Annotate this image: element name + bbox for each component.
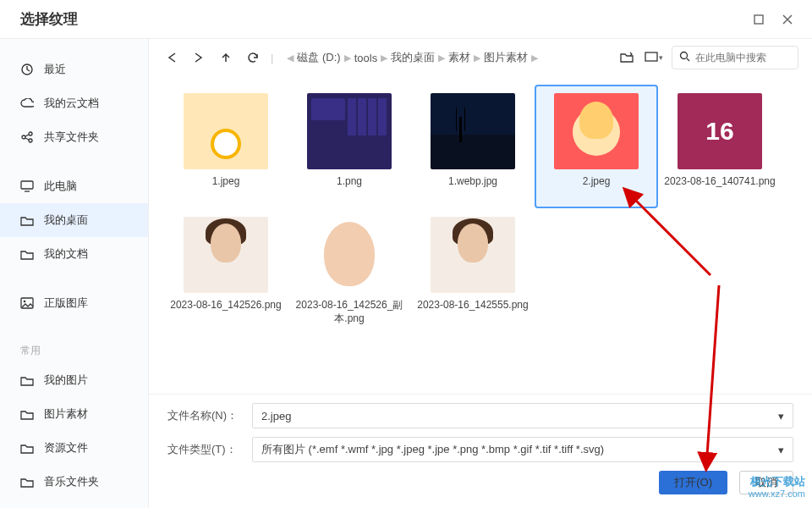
monitor-icon [20, 179, 34, 193]
file-thumbnail [184, 93, 268, 169]
sidebar-item-recent[interactable]: 最近 [0, 52, 148, 86]
sidebar-item-label: 我的文档 [44, 246, 88, 262]
file-grid: 1.jpeg1.png1.webp.jpg2.jpeg162023-08-16_… [149, 76, 812, 394]
file-thumbnail [431, 93, 515, 169]
file-item[interactable]: 1.jpeg [164, 85, 288, 208]
forward-button[interactable] [189, 48, 208, 67]
view-mode-button[interactable]: ▾ [645, 48, 663, 67]
file-thumbnail [431, 217, 515, 293]
chevron-down-icon: ▾ [778, 410, 784, 422]
svg-rect-0 [754, 15, 763, 24]
back-button[interactable] [162, 48, 181, 67]
folder-icon [20, 441, 34, 455]
file-name: 2023-08-16_142555.png [417, 298, 528, 327]
file-name: 1.webp.jpg [448, 174, 497, 203]
svg-point-7 [24, 301, 26, 303]
file-name: 1.png [337, 174, 362, 203]
titlebar: 选择纹理 [0, 0, 812, 39]
new-folder-button[interactable] [617, 48, 636, 67]
filetype-field[interactable]: 所有图片 (*.emf *.wmf *.jpg *.jpeg *.jpe *.p… [252, 437, 793, 462]
svg-point-2 [22, 135, 25, 139]
sidebar-item-pics[interactable]: 我的图片 [0, 363, 148, 397]
file-open-dialog: 选择纹理 最近 我的云文档 共享文件夹 此电脑 [0, 0, 812, 508]
sidebar-item-label: 我的桌面 [44, 213, 88, 228]
folder-icon [20, 407, 34, 421]
file-item[interactable]: 1.png [288, 85, 411, 208]
sidebar-item-label: 我的图片 [44, 373, 88, 388]
sidebar-item-label: 图片素材 [44, 406, 88, 422]
sidebar-item-gallery[interactable]: 正版图库 [0, 286, 148, 320]
file-thumbnail [554, 93, 639, 169]
folder-icon [20, 213, 34, 227]
file-item[interactable]: 2.jpeg [535, 85, 658, 208]
sidebar-item-resfiles[interactable]: 资源文件 [0, 431, 148, 465]
sidebar-item-thispc[interactable]: 此电脑 [0, 169, 148, 203]
chevron-left-icon[interactable]: ◀ [287, 52, 294, 64]
folder-icon [20, 475, 34, 489]
filename-label: 文件名称(N)： [167, 408, 240, 423]
sidebar-item-label: 共享文件夹 [44, 130, 99, 145]
sidebar-item-cloud[interactable]: 我的云文档 [0, 86, 148, 120]
crumb-2[interactable]: 我的桌面 [391, 50, 435, 65]
sidebar-item-label: 最近 [44, 62, 66, 77]
filetype-label: 文件类型(T)： [167, 442, 240, 457]
file-name: 2023-08-16_140741.png [664, 174, 775, 203]
close-button[interactable] [773, 8, 802, 31]
cloud-icon [20, 97, 34, 110]
filename-field[interactable]: 2.jpeg ▾ [252, 403, 793, 428]
search-input[interactable] [695, 52, 791, 64]
sidebar-item-shared[interactable]: 共享文件夹 [0, 120, 148, 154]
sidebar-item-label: 音乐文件夹 [44, 474, 99, 489]
file-thumbnail [307, 93, 392, 169]
crumb-3[interactable]: 素材 [448, 50, 470, 65]
dialog-title: 选择纹理 [20, 9, 744, 29]
file-thumbnail [307, 217, 392, 293]
sidebar-item-label: 我的云文档 [44, 96, 99, 111]
maximize-button[interactable] [744, 8, 773, 31]
sidebar-item-label: 资源文件 [44, 440, 88, 456]
crumb-4[interactable]: 图片素材 [484, 50, 528, 65]
sidebar-item-music[interactable]: 音乐文件夹 [0, 465, 148, 499]
refresh-button[interactable] [244, 48, 262, 67]
search-box[interactable] [672, 46, 798, 69]
file-name: 1.jpeg [212, 174, 240, 203]
crumb-1[interactable]: tools [354, 52, 377, 64]
sidebar-item-desktop[interactable]: 我的桌面 [0, 203, 148, 237]
filetype-value: 所有图片 (*.emf *.wmf *.jpg *.jpeg *.jpe *.p… [261, 442, 604, 457]
filename-value: 2.jpeg [261, 410, 291, 422]
sidebar-item-label: 此电脑 [44, 179, 77, 194]
sidebar-section-label: 常用 [0, 335, 148, 363]
breadcrumb: ◀ 磁盘 (D:)▶ tools▶ 我的桌面▶ 素材▶ 图片素材▶ [282, 50, 609, 65]
sidebar: 最近 我的云文档 共享文件夹 此电脑 我的桌面 我的文档 [0, 39, 149, 508]
file-item[interactable]: 1.webp.jpg [411, 85, 535, 208]
main-panel: | ◀ 磁盘 (D:)▶ tools▶ 我的桌面▶ 素材▶ 图片素材▶ ▾ 1.… [149, 39, 812, 508]
file-item[interactable]: 2023-08-16_142526.png [164, 208, 288, 332]
cancel-button[interactable]: 取消 [739, 471, 793, 494]
up-button[interactable] [217, 48, 235, 67]
svg-point-3 [29, 132, 32, 135]
file-thumbnail: 16 [678, 93, 762, 169]
folder-icon [20, 247, 34, 261]
clock-icon [20, 63, 34, 76]
folder-icon [20, 373, 34, 387]
file-item[interactable]: 2023-08-16_142526_副本.png [288, 208, 411, 332]
file-name: 2023-08-16_142526_副本.png [293, 298, 406, 327]
toolbar: | ◀ 磁盘 (D:)▶ tools▶ 我的桌面▶ 素材▶ 图片素材▶ ▾ [149, 39, 812, 76]
sidebar-item-picmat[interactable]: 图片素材 [0, 397, 148, 431]
image-icon [20, 296, 34, 310]
share-icon [20, 130, 34, 144]
svg-point-4 [29, 139, 32, 142]
open-button[interactable]: 打开(O) [659, 471, 727, 494]
sidebar-item-mydocs[interactable]: 我的文档 [0, 237, 148, 271]
file-name: 2023-08-16_142526.png [170, 298, 281, 327]
search-icon [679, 51, 690, 64]
chevron-down-icon: ▾ [778, 444, 784, 456]
file-thumbnail [184, 217, 268, 293]
file-name: 2.jpeg [583, 174, 611, 203]
crumb-0[interactable]: 磁盘 (D:) [297, 50, 340, 65]
file-item[interactable]: 2023-08-16_142555.png [411, 208, 535, 332]
svg-rect-5 [21, 181, 33, 189]
svg-point-9 [681, 52, 688, 59]
file-item[interactable]: 162023-08-16_140741.png [658, 85, 782, 208]
svg-rect-8 [645, 52, 657, 61]
